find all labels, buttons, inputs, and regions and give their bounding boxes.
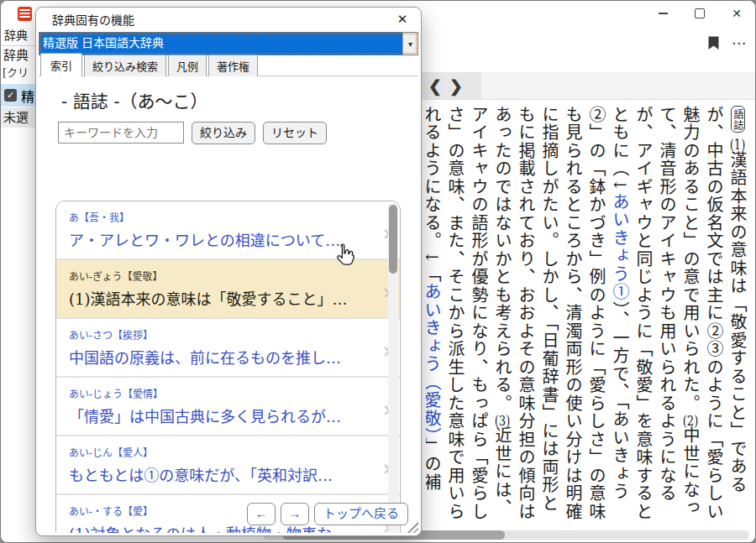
caption-buttons: ✕ <box>644 1 755 26</box>
goshi-badge: 語誌 <box>731 106 745 133</box>
entry-summary: もともとは①の意味だが、「英和対訳… <box>69 463 371 485</box>
left-pane-partial: 辞典 辞典 [クリ ✓ 精 未選 <box>1 26 38 542</box>
maximize-button[interactable] <box>681 1 718 26</box>
dictionary-article: 語誌(1)漢語本来の意味は「敬愛すること」であるが、中古の仮名文では主に②③のよ… <box>426 106 749 524</box>
dictionary-select-value: 精選版 日本国語大辞典 <box>39 33 402 55</box>
entry-reading: あい‐さつ【挨拶】 <box>69 327 371 342</box>
cross-reference-link[interactable]: あいきょう（愛敬） <box>426 284 442 438</box>
tab-filter-search[interactable]: 絞り込み検索 <box>84 55 166 76</box>
entry-row[interactable]: あい‐じん【愛人】 もともとは①の意味だが、「英和対訳… › <box>56 436 400 495</box>
page-next-button[interactable]: → <box>281 503 309 525</box>
maximize-icon <box>695 8 705 18</box>
cross-reference-link[interactable]: あいきょう① <box>610 193 630 301</box>
index-tab-panel: - 語誌 -（あ〜こ） 絞り込み リセット あ【吾・我】 ア・アレとワ・ワレとの… <box>39 76 418 533</box>
close-icon: ✕ <box>732 8 742 19</box>
app-icon <box>18 7 32 21</box>
entry-row[interactable]: あい‐さつ【挨拶】 中国語の原義は、前に在るものを推し… › <box>56 319 400 378</box>
dictionary-functions-dialog: 辞典固有の機能 ✕ 精選版 日本国語大辞典 ▾ 索引 絞り込み検索 凡例 著作権… <box>35 7 422 536</box>
minimize-button[interactable] <box>644 1 681 26</box>
entry-row[interactable]: あ【吾・我】 ア・アレとワ・ワレとの相違について… › <box>56 201 400 260</box>
content-header: ⋯ <box>421 26 755 72</box>
tab-copyright[interactable]: 著作権 <box>208 55 258 76</box>
entry-reading: あい‐ぎょう【愛敬】 <box>69 269 371 283</box>
list-scrollbar-thumb[interactable] <box>389 205 397 274</box>
prev-page-icon[interactable]: ❮ <box>428 78 442 94</box>
content-pane: ⋯ ❮ ❯ 語誌(1)漢語本来の意味は「敬愛すること」であるが、中古の仮名文では… <box>421 26 755 542</box>
entry-summary: 「情愛」は中国古典に多く見られるが… <box>69 405 371 426</box>
dialog-title: 辞典固有の機能 <box>52 11 134 28</box>
tab-legend[interactable]: 凡例 <box>168 55 207 76</box>
menu-item-dictionary[interactable]: 辞典 <box>1 26 38 46</box>
entry-summary: (1)漢語本来の意味は「敬愛すること」… <box>69 287 371 309</box>
more-options-icon[interactable]: ⋯ <box>732 36 747 50</box>
left-pane-group-label: 辞典 <box>1 46 38 65</box>
panel-heading: - 語誌 -（あ〜こ） <box>61 87 418 112</box>
window-close-button[interactable]: ✕ <box>718 1 755 26</box>
list-scrollbar[interactable] <box>388 203 398 533</box>
bookmark-icon[interactable] <box>707 36 720 50</box>
entry-summary: ア・アレとワ・ワレとの相違について… <box>69 228 371 250</box>
list-pagination: ← → トップへ戻る <box>247 503 408 525</box>
tab-index[interactable]: 索引 <box>40 53 82 76</box>
dictionary-select[interactable]: 精選版 日本国語大辞典 ▾ <box>39 32 418 55</box>
article-number-1: (1) <box>729 137 746 151</box>
keyword-search-row: 絞り込み リセット <box>58 122 418 144</box>
dialog-titlebar: 辞典固有の機能 ✕ <box>36 8 421 30</box>
back-to-top-button[interactable]: トップへ戻る <box>314 503 408 525</box>
entry-row-hovered[interactable]: あい‐ぎょう【愛敬】 (1)漢語本来の意味は「敬愛すること」… › <box>56 260 400 319</box>
left-pane-hint: [クリ <box>1 65 38 81</box>
entry-reading: あい‐じん【愛人】 <box>69 445 371 459</box>
dictionary-row-unselected[interactable]: 未選 <box>1 107 38 128</box>
filter-button[interactable]: 絞り込み <box>192 122 255 144</box>
article-number-2: (2) <box>682 413 699 427</box>
dialog-close-button[interactable]: ✕ <box>393 11 412 28</box>
dropdown-arrow-icon[interactable]: ▾ <box>402 33 417 55</box>
page-nav-buttons: ❮ ❯ <box>421 72 481 99</box>
page-prev-button[interactable]: ← <box>247 503 276 525</box>
article-number-3: (3) <box>494 413 511 427</box>
entry-reading: あ【吾・我】 <box>69 210 371 224</box>
entry-row[interactable]: あい‐じょう【愛情】 「情愛」は中国古典に多く見られるが… › <box>56 378 400 436</box>
reset-button[interactable]: リセット <box>263 122 327 144</box>
entry-list: あ【吾・我】 ア・アレとワ・ワレとの相違について… › あい‐ぎょう【愛敬】 (… <box>55 201 401 533</box>
entry-reading: あい‐じょう【愛情】 <box>69 386 371 400</box>
minimize-icon <box>659 13 668 14</box>
checkbox-checked-icon[interactable]: ✓ <box>4 89 17 102</box>
content-toolbar: ❮ ❯ <box>421 72 755 100</box>
dialog-tabs: 索引 絞り込み検索 凡例 著作権 <box>40 57 418 76</box>
dictionary-row-selected[interactable]: ✓ 精 <box>1 84 38 107</box>
dictionary-row-label: 精 <box>21 86 34 106</box>
keyword-input[interactable] <box>58 122 184 144</box>
next-page-icon[interactable]: ❯ <box>449 78 463 94</box>
entry-summary: 中国語の原義は、前に在るものを推し… <box>69 346 371 368</box>
